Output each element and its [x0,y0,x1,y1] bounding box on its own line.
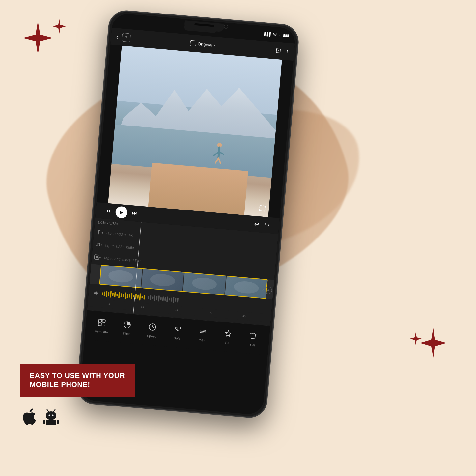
ratio-label: Original [197,41,212,47]
ruler-spacer [98,303,107,304]
thumb-2 [141,268,184,292]
redo-button[interactable]: ↪ [264,221,269,229]
time-display: 1.01s / 5.78s [97,220,118,226]
video-preview[interactable] [108,46,282,217]
ruler-1s: 1s [141,305,144,309]
split-label: Split [174,336,180,341]
sparkle-top-left [20,20,56,57]
tool-trim[interactable]: Trim [192,327,213,343]
svg-rect-11 [102,292,103,295]
svg-line-1 [218,148,219,158]
tool-filter[interactable]: Filter [116,320,137,337]
tool-speed[interactable]: Speed [142,322,163,339]
svg-rect-41 [166,296,168,302]
tool-template[interactable]: Template [91,318,112,334]
phone-frame: ▐▐▐ WiFi ▮▮▮ ‹ ? Original ▾ [75,9,300,419]
svg-rect-44 [173,297,174,303]
promo-banner: EASY TO USE WITH YOUR MOBILE PHONE! [20,364,135,397]
android-icon [43,408,59,426]
trim-icon [199,327,207,337]
svg-line-7 [97,244,98,244]
svg-rect-49 [98,323,102,326]
play-button[interactable]: ▶ [115,206,128,219]
svg-rect-36 [156,296,158,300]
ruler-3s: 3s [209,311,212,315]
svg-rect-62 [46,420,56,425]
svg-rect-20 [121,293,122,297]
promo-line2: MOBILE PHONE! [30,380,90,389]
svg-line-5 [218,158,221,164]
svg-rect-18 [116,294,118,296]
back-button[interactable]: ‹ [116,33,119,41]
svg-rect-17 [114,292,116,297]
svg-point-56 [49,415,50,416]
speed-icon [148,323,156,333]
apple-icon [21,408,36,427]
filter-icon [123,321,131,330]
svg-rect-31 [143,295,145,299]
diver [211,140,227,170]
svg-rect-10 [96,256,98,258]
save-icon[interactable]: ⊡ [275,46,281,55]
fx-label: FX [225,341,230,345]
svg-point-59 [47,409,48,410]
music-icon: + [95,227,105,237]
skip-forward-icon[interactable]: ⏭ [132,210,138,216]
svg-rect-46 [177,298,179,302]
svg-rect-40 [164,297,166,301]
svg-rect-48 [102,320,106,323]
svg-rect-27 [135,294,137,299]
tool-delete[interactable]: Del [242,331,264,348]
undo-button[interactable]: ↩ [254,220,259,228]
signal-icon: ▐▐▐ [263,31,271,36]
trim-label: Trim [199,338,206,343]
svg-rect-32 [148,296,149,299]
svg-rect-23 [127,294,128,298]
svg-rect-16 [112,293,114,296]
tool-split[interactable]: Split [167,324,188,341]
thumb-3 [183,272,226,295]
tool-fx[interactable]: FX [217,329,238,345]
svg-rect-42 [169,298,170,300]
promo-text: EASY TO USE WITH YOUR MOBILE PHONE! [30,371,125,390]
skip-back-icon[interactable]: ⏮ [105,208,111,214]
volume-icon [91,288,101,298]
svg-rect-24 [129,294,130,297]
svg-rect-45 [175,298,177,302]
video-image [108,46,282,217]
sticker-icon: + [93,252,102,262]
svg-rect-33 [150,295,151,300]
delete-icon [249,332,258,342]
svg-rect-30 [141,296,143,298]
fullscreen-icon[interactable] [259,205,266,214]
ruler-4s: 4s [242,314,246,318]
header-right: ⊡ ↑ [275,46,289,55]
share-icon[interactable]: ↑ [285,48,289,56]
svg-rect-64 [57,420,59,424]
undo-redo-controls: ↩ ↪ [254,220,269,229]
delete-label: Del [250,343,255,347]
ruler-0s: 0s [107,302,110,306]
svg-rect-35 [154,295,155,301]
svg-rect-29 [139,293,141,300]
sparkle-small-bottom [408,331,423,348]
filter-label: Filter [123,332,130,336]
header-left: ‹ ? [116,32,131,42]
sparkle-small-top [51,18,68,36]
help-button[interactable]: ? [122,33,131,42]
phone-mockup: ▐▐▐ WiFi ▮▮▮ ‹ ? Original ▾ [75,9,300,419]
svg-line-54 [200,331,206,332]
header-center[interactable]: Original ▾ [190,40,216,48]
svg-rect-12 [104,292,105,296]
thumb-4 [225,276,267,299]
extend-handle: ≡ [261,287,265,293]
fx-icon [224,329,232,339]
svg-rect-25 [131,293,132,299]
svg-point-61 [55,409,56,410]
ruler-2s: 2s [175,308,178,312]
svg-rect-47 [99,319,102,322]
svg-rect-22 [125,292,126,299]
svg-rect-6 [96,243,100,246]
svg-point-55 [46,411,56,420]
playback-controls: ⏮ ▶ ⏭ [105,205,138,219]
